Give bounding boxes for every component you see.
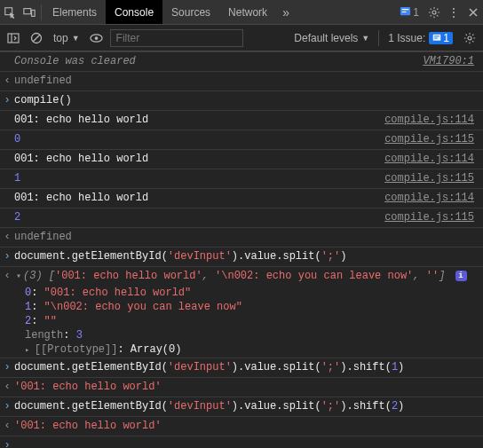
log-row: 0 compile.js:115 (0, 130, 483, 150)
command-row: document.getElementById('devInput').valu… (0, 397, 483, 417)
result-row: '001: echo hello world' (0, 417, 483, 436)
error-counter[interactable]: 1 (394, 6, 424, 19)
input-arrow-icon (0, 360, 14, 375)
log-row: 2 compile.js:115 (0, 208, 483, 228)
settings-icon[interactable] (424, 0, 444, 24)
svg-rect-3 (400, 7, 410, 15)
log-row: 001: echo hello world compile.js:114 (0, 111, 483, 130)
output-arrow-icon (0, 269, 14, 284)
tab-elements[interactable]: Elements (44, 0, 106, 24)
tab-network[interactable]: Network (219, 0, 276, 24)
live-expression-icon[interactable] (87, 25, 107, 51)
console-cleared-row: Console was cleared VM1790:1 (0, 51, 483, 72)
error-count: 1 (413, 6, 419, 19)
tab-console[interactable]: Console (106, 0, 162, 24)
output-arrow-icon (0, 380, 14, 395)
issues-button[interactable]: 1 Issue: 1 (384, 32, 456, 44)
log-row: 1 compile.js:115 (0, 169, 483, 189)
expand-icon[interactable]: ▸ (25, 346, 35, 355)
output-arrow-icon (0, 74, 14, 89)
result-row[interactable]: (3) ['001: echo hello world', '\n002: ec… (0, 267, 483, 286)
svg-rect-9 (433, 34, 441, 40)
log-row: 001: echo hello world compile.js:114 (0, 189, 483, 208)
source-link[interactable]: VM1790:1 (423, 54, 483, 69)
source-link[interactable]: compile.js:115 (384, 132, 483, 147)
device-icon[interactable] (20, 0, 39, 24)
source-link[interactable]: compile.js:115 (384, 171, 483, 186)
result-row: undefined (0, 72, 483, 91)
expanded-object: 0: "001: echo hello world" 1: "\n002: ec… (0, 286, 483, 358)
input-arrow-icon (0, 93, 14, 108)
svg-point-4 (432, 10, 436, 13)
output-arrow-icon (0, 419, 14, 434)
console-settings-icon[interactable] (460, 25, 479, 51)
command-row: document.getElementById('devInput').valu… (0, 248, 483, 267)
command-row: compile() (0, 91, 483, 111)
info-icon[interactable]: i (455, 271, 467, 281)
sidebar-toggle-icon[interactable] (4, 25, 23, 51)
expand-icon[interactable] (14, 269, 23, 284)
close-icon[interactable] (463, 0, 483, 24)
log-row: 001: echo hello world compile.js:114 (0, 150, 483, 169)
svg-point-10 (468, 35, 471, 39)
source-link[interactable]: compile.js:114 (384, 191, 483, 206)
output-arrow-icon (0, 230, 14, 245)
tab-sources[interactable]: Sources (162, 0, 219, 24)
kebab-icon[interactable]: ⋮ (444, 0, 463, 24)
svg-rect-2 (32, 10, 36, 16)
source-link[interactable]: compile.js:115 (384, 210, 483, 225)
input-arrow-icon (0, 249, 14, 264)
svg-point-8 (95, 36, 99, 40)
command-row: document.getElementById('devInput').valu… (0, 358, 483, 378)
source-link[interactable]: compile.js:114 (384, 152, 483, 167)
clear-console-icon[interactable] (27, 25, 46, 51)
context-selector[interactable]: top ▼ (50, 32, 83, 44)
svg-rect-5 (8, 34, 19, 43)
more-tabs-icon[interactable]: » (276, 0, 296, 24)
console-output: Console was cleared VM1790:1 undefined c… (0, 51, 483, 448)
prompt-arrow-icon: › (0, 439, 14, 448)
result-row: '001: echo hello world' (0, 378, 483, 397)
input-arrow-icon (0, 399, 14, 414)
inspect-icon[interactable] (0, 0, 20, 24)
source-link[interactable]: compile.js:114 (384, 113, 483, 128)
svg-rect-1 (24, 8, 31, 13)
result-row: undefined (0, 228, 483, 248)
log-levels-selector[interactable]: Default levels ▼ (290, 32, 373, 44)
prompt-row[interactable]: › (0, 436, 483, 448)
filter-input[interactable] (110, 29, 243, 47)
